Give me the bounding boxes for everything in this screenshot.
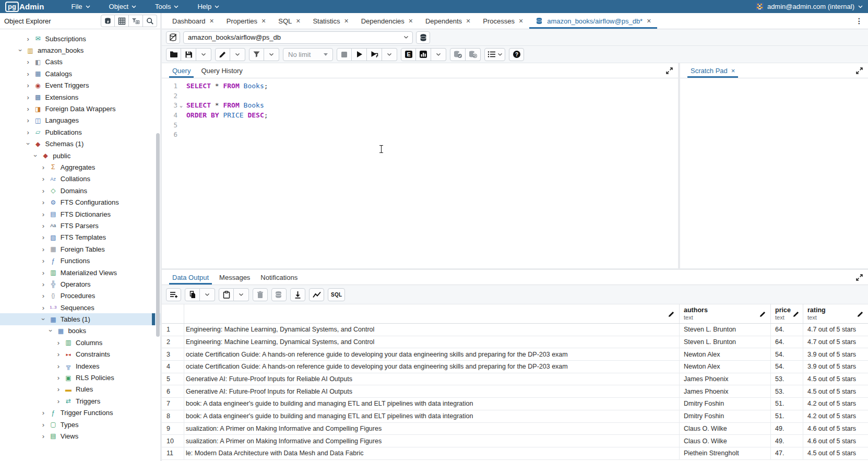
cell-title[interactable]: Engineering: Machine Learning, Dynamical… <box>184 336 680 348</box>
cell-title[interactable]: Engineering: Machine Learning, Dynamical… <box>184 324 680 336</box>
tree-item-trigger-functions[interactable]: ›ƒTrigger Functions <box>0 407 160 419</box>
cell-authors[interactable]: Newton Alex <box>680 361 771 373</box>
explain-button[interactable]: E <box>401 48 416 61</box>
tab-statistics[interactable]: Statistics× <box>306 13 354 29</box>
cell-title[interactable]: ociate Certification Guide: A hands-on r… <box>184 348 680 360</box>
cell-price[interactable]: 47. <box>771 447 803 459</box>
expand-icon[interactable] <box>851 274 868 281</box>
row-number[interactable]: 9 <box>162 423 184 435</box>
chevron-right-icon[interactable]: › <box>41 175 46 183</box>
tree-item-rls-policies[interactable]: ›▣RLS Policies <box>0 372 160 383</box>
cell-price[interactable]: 49. <box>771 423 803 435</box>
chevron-right-icon[interactable]: › <box>26 70 31 78</box>
cell-price[interactable]: 54. <box>771 348 803 360</box>
paste-button[interactable] <box>219 288 234 301</box>
tab-amazon-books-airflow-ps-db-[interactable]: amazon_books/airflow@ps_db*× <box>529 13 657 29</box>
cell-price[interactable]: 54. <box>771 361 803 373</box>
close-icon[interactable]: × <box>731 67 735 75</box>
close-icon[interactable]: × <box>409 18 413 23</box>
chevron-right-icon[interactable]: › <box>26 81 31 89</box>
sql-editor[interactable]: 1SELECT * FROM Books;23⌄SELECT * FROM Bo… <box>162 78 678 268</box>
table-row[interactable]: 6Generative AI: Future-Proof Inputs for … <box>162 385 868 398</box>
table-row[interactable]: 9sualization: A Primer on Making Informa… <box>162 423 868 435</box>
row-number[interactable]: 10 <box>162 435 184 447</box>
tab-scratch-pad[interactable]: Scratch Pad × <box>685 63 740 78</box>
fold-marker-icon[interactable]: ⌄ <box>177 102 185 108</box>
cell-rating[interactable]: 4.5 out of 5 stars <box>803 373 868 385</box>
execute-options-chevron[interactable] <box>382 48 397 61</box>
tree-item-functions[interactable]: ›ƒFunctions <box>0 255 160 266</box>
sidebar-scrollbar[interactable] <box>156 133 160 337</box>
filter-options-chevron[interactable] <box>264 48 279 61</box>
execute-query-button[interactable] <box>352 48 367 61</box>
tree-item-casts[interactable]: ›◧Casts <box>0 56 160 68</box>
tree-item-operators[interactable]: ›╬Operators <box>0 278 160 290</box>
chevron-right-icon[interactable]: › <box>41 187 46 195</box>
cell-title[interactable]: Generative AI: Future-Proof Inputs for R… <box>184 373 680 385</box>
explain-options-chevron[interactable] <box>431 48 446 61</box>
delete-row-button[interactable] <box>253 288 268 301</box>
tree-item-catalogs[interactable]: ›▦Catalogs <box>0 68 160 79</box>
cell-title[interactable]: Generative AI: Future-Proof Inputs for R… <box>184 385 680 397</box>
cell-authors[interactable]: Steven L. Brunton <box>680 336 771 348</box>
cell-rating[interactable]: 4.2 out of 5 stars <box>803 398 868 410</box>
help-button[interactable]: ? <box>509 48 524 61</box>
grid-corner-cell[interactable] <box>162 304 184 323</box>
tab-dependents[interactable]: Dependents× <box>419 13 477 29</box>
cell-price[interactable]: 64. <box>771 324 803 336</box>
tree-item-constraints[interactable]: ›▸◂Constraints <box>0 349 160 360</box>
column-header-authors[interactable]: authorstext <box>680 304 771 323</box>
tab-query[interactable]: Query <box>167 63 196 78</box>
tree-item-indexes[interactable]: ›╦Indexes <box>0 360 160 372</box>
cell-rating[interactable]: 4.6 out of 5 stars <box>803 435 868 447</box>
close-icon[interactable]: × <box>466 18 470 23</box>
chevron-right-icon[interactable]: › <box>26 128 31 136</box>
tree-item-rules[interactable]: ›▬Rules <box>0 384 160 395</box>
copy-options-chevron[interactable] <box>200 288 215 301</box>
expand-icon[interactable] <box>851 67 868 74</box>
row-number[interactable]: 8 <box>162 410 184 422</box>
cell-rating[interactable]: 4.7 out of 5 stars <box>803 336 868 348</box>
chevron-right-icon[interactable]: › <box>56 339 61 347</box>
chevron-right-icon[interactable]: › <box>41 432 46 440</box>
tree-item-fts-dictionaries[interactable]: ›▤FTS Dictionaries <box>0 208 160 220</box>
cell-price[interactable]: 51. <box>771 398 803 410</box>
menu-tools[interactable]: Tools <box>148 1 186 12</box>
chevron-right-icon[interactable]: › <box>56 350 61 358</box>
table-row[interactable]: 4ociate Certification Guide: A hands-on … <box>162 361 868 373</box>
show-sql-button[interactable]: SQL <box>328 288 345 301</box>
chevron-right-icon[interactable]: › <box>41 163 46 171</box>
rollback-button[interactable] <box>466 48 481 61</box>
cell-title[interactable]: ociate Certification Guide: A hands-on r… <box>184 361 680 373</box>
tree-item-sequences[interactable]: ›1..3Sequences <box>0 302 160 313</box>
save-options-chevron[interactable] <box>196 48 211 61</box>
scratch-pad-body[interactable] <box>680 78 868 268</box>
table-row[interactable]: 7book: A data engineer's guide to buildi… <box>162 398 868 410</box>
tree-item-languages[interactable]: ›◫Languages <box>0 115 160 126</box>
tree-item-collations[interactable]: ›AzCollations <box>0 173 160 185</box>
close-icon[interactable]: × <box>210 18 214 23</box>
tree-item-event-triggers[interactable]: ›◉Event Triggers <box>0 80 160 91</box>
edit-column-icon[interactable] <box>793 311 800 317</box>
chevron-right-icon[interactable]: › <box>41 233 46 241</box>
menu-object[interactable]: Object <box>102 1 144 12</box>
edit-column-icon[interactable] <box>857 311 864 317</box>
cancel-query-button[interactable] <box>337 48 352 61</box>
table-row[interactable]: 5Generative AI: Future-Proof Inputs for … <box>162 373 868 386</box>
tree-item-public[interactable]: ›◆public <box>0 150 160 161</box>
cell-price[interactable]: 49. <box>771 435 803 447</box>
menu-file[interactable]: File <box>64 1 98 12</box>
edit-column-icon[interactable] <box>668 311 675 317</box>
chevron-down-icon[interactable]: › <box>17 48 25 53</box>
chevron-down-icon[interactable]: › <box>39 317 47 322</box>
cell-authors[interactable]: Newton Alex <box>680 348 771 360</box>
cell-rating[interactable]: 4.6 out of 5 stars <box>803 423 868 435</box>
menu-help[interactable]: Help <box>190 1 227 12</box>
add-row-button[interactable] <box>166 288 181 301</box>
download-results-button[interactable] <box>290 288 305 301</box>
cell-authors[interactable]: James Phoenix <box>680 385 771 397</box>
chevron-right-icon[interactable]: › <box>41 280 46 288</box>
tab-messages[interactable]: Messages <box>214 270 255 285</box>
cell-authors[interactable]: James Phoenix <box>680 373 771 385</box>
row-number[interactable]: 4 <box>162 361 184 373</box>
